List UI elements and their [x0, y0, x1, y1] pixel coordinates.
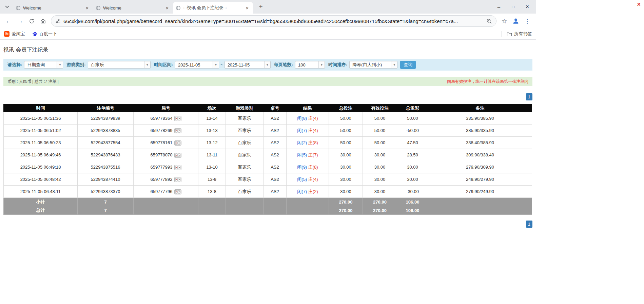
page-size-select[interactable]: 100 ▼: [295, 61, 325, 69]
cell-total-bet[interactable]: 30.00: [329, 161, 363, 173]
all-bookmarks-button[interactable]: 所有书签: [502, 31, 532, 37]
table-row: 2025-11-05 06:48:42522943874410659777892…: [4, 173, 532, 186]
footer-empty-cell: [264, 198, 287, 206]
cell-result: 闲(5) 庄(7): [287, 149, 329, 161]
external-close-icon[interactable]: ×: [637, 1, 641, 8]
tab-close-icon[interactable]: ×: [164, 5, 170, 11]
cell-total-bet[interactable]: 50.00: [329, 125, 363, 137]
back-button[interactable]: ←: [3, 15, 14, 27]
round-video-icon[interactable]: [174, 189, 181, 194]
summary-bar: 币别 : 人民币 | 总共 :7 注单 | 同局有效投注，统一计算在该局第一张注…: [3, 77, 532, 86]
date-to-value: 2025-11-05: [225, 61, 264, 68]
cell-table-no: AS2: [264, 173, 287, 186]
zoom-icon[interactable]: [486, 18, 492, 24]
maximize-button[interactable]: □: [506, 4, 520, 9]
result-player: 闲(5): [297, 152, 307, 157]
cell-bet-id: 522943879839: [78, 112, 134, 125]
round-video-icon[interactable]: [174, 165, 181, 170]
site-settings-icon[interactable]: [55, 18, 61, 24]
cell-total-bet[interactable]: 50.00: [329, 137, 363, 149]
column-header: 备注: [428, 104, 532, 112]
column-header: 有效投注: [363, 104, 397, 112]
cell-payout: 47.50: [397, 137, 428, 149]
url-bar[interactable]: 66cxkj98.com/ipl/portal.php/game/betreco…: [51, 15, 496, 27]
bookmark-item[interactable]: 淘爱淘宝: [4, 31, 25, 37]
column-header: 总投注: [329, 104, 363, 112]
person-icon: [512, 17, 520, 25]
chevron-down-icon[interactable]: ▼: [57, 61, 63, 68]
cell-session: 13-13: [198, 125, 226, 137]
globe-favicon: [176, 5, 181, 11]
browser-tab[interactable]: :::视讯 会员下注纪录:::×: [173, 2, 253, 14]
reload-button[interactable]: [26, 15, 37, 27]
sort-select[interactable]: 降幂(由大到小) ▼: [349, 61, 397, 69]
cell-total-bet[interactable]: 50.00: [329, 112, 363, 125]
game-type-select[interactable]: 百家乐 ▼: [88, 61, 151, 69]
browser-tab[interactable]: Welcome×: [13, 2, 93, 14]
globe-favicon: [16, 5, 21, 11]
search-button[interactable]: 查询: [400, 61, 416, 69]
notice-text: 同局有效投注，统一计算在该局第一张注单内: [447, 79, 528, 84]
cell-time: 2025-11-05 06:48:42: [4, 173, 78, 186]
browser-menu-button[interactable]: ⋮: [522, 15, 533, 27]
table-header-row: 时间注单编号局号场次游戏类别桌号结果总投注有效投注总派彩备注: [4, 104, 532, 112]
round-number: 659778364: [150, 116, 172, 121]
cell-round: 659777993: [134, 161, 198, 173]
cell-bet-id: 522943875516: [78, 161, 134, 173]
page-button[interactable]: 1: [526, 93, 532, 100]
round-video-icon[interactable]: [174, 116, 181, 121]
footer-valid-bet: 270.00: [363, 198, 397, 206]
result-banker: 庄(8): [308, 140, 318, 145]
date-from-select[interactable]: 2025-11-05 ▼: [175, 61, 219, 69]
new-tab-button[interactable]: +: [256, 2, 265, 11]
cell-table-no: AS2: [264, 186, 287, 198]
chevron-down-icon[interactable]: ▼: [213, 61, 219, 68]
forward-button[interactable]: →: [14, 15, 26, 27]
footer-empty-cell: [226, 198, 264, 206]
query-type-select[interactable]: 日期查询 ▼: [24, 61, 63, 69]
cell-result: 闲(8) 庄(4): [287, 112, 329, 125]
footer-empty-cell: [134, 198, 198, 206]
round-number: 659778161: [150, 140, 172, 146]
round-video-icon[interactable]: [174, 177, 181, 182]
round-video-icon[interactable]: [174, 128, 181, 133]
pagination-bottom: 1: [3, 221, 532, 228]
page-button[interactable]: 1: [526, 221, 532, 228]
chevron-down-icon[interactable]: ▼: [144, 61, 150, 68]
cell-valid-bet: 30.00: [363, 186, 397, 198]
chevron-down-icon[interactable]: ▼: [264, 61, 270, 68]
cell-bet-id: 522943878835: [78, 125, 134, 137]
chevron-down-icon[interactable]: ▼: [391, 61, 397, 68]
sort-label: 时间排序:: [328, 62, 347, 68]
cell-total-bet[interactable]: 30.00: [329, 186, 363, 198]
tab-search-button[interactable]: [3, 2, 12, 11]
home-button[interactable]: [37, 15, 49, 27]
round-number: 659777796: [150, 189, 172, 194]
cell-time: 2025-11-05 06:49:18: [4, 161, 78, 173]
cell-total-bet[interactable]: 30.00: [329, 173, 363, 186]
browser-tab[interactable]: Welcome×: [93, 2, 173, 14]
round-number: 659778269: [150, 128, 172, 133]
cell-bet-id: 522943876433: [78, 149, 134, 161]
cell-remark: 249.90/279.90: [428, 173, 532, 186]
result-player: 闲(5): [297, 177, 307, 182]
round-video-icon[interactable]: [174, 153, 181, 158]
result-player: 闲(8): [297, 116, 307, 121]
url-text[interactable]: 66cxkj98.com/ipl/portal.php/game/betreco…: [63, 18, 483, 24]
tab-close-icon[interactable]: ×: [84, 5, 90, 11]
date-to-select[interactable]: 2025-11-05 ▼: [225, 61, 271, 69]
column-header: 游戏类别: [226, 104, 264, 112]
round-video-icon[interactable]: [174, 140, 181, 146]
tab-title: Welcome: [23, 5, 82, 11]
close-button[interactable]: ×: [520, 3, 534, 10]
minimize-button[interactable]: –: [492, 4, 506, 10]
bookmark-star-button[interactable]: ☆: [499, 15, 510, 27]
bookmark-item[interactable]: 百度一下: [32, 31, 57, 37]
chevron-down-icon[interactable]: ▼: [318, 61, 325, 68]
date-from-value: 2025-11-05: [175, 61, 213, 68]
profile-avatar[interactable]: [510, 15, 522, 27]
tab-close-icon[interactable]: ×: [244, 5, 250, 11]
cell-remark: 335.90/385.90: [428, 112, 532, 125]
footer-empty-cell: [134, 206, 198, 215]
cell-total-bet[interactable]: 30.00: [329, 149, 363, 161]
